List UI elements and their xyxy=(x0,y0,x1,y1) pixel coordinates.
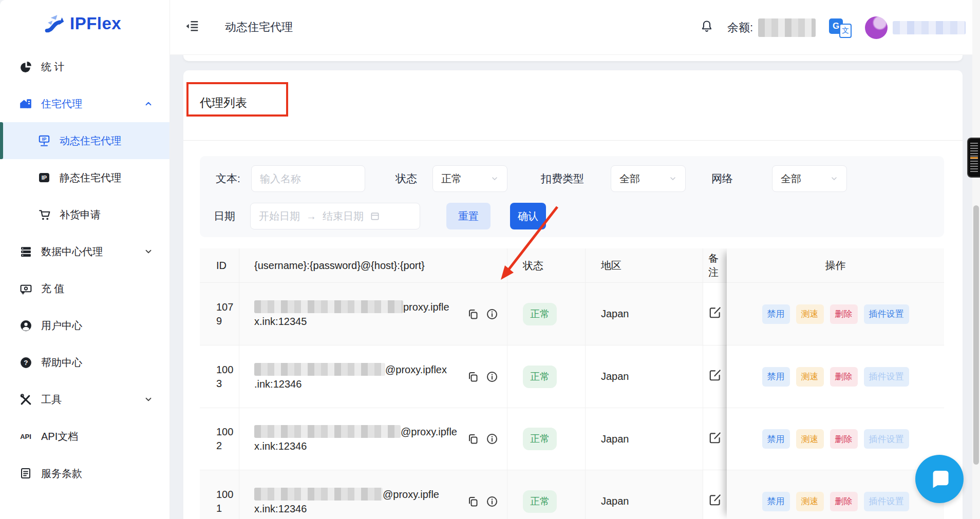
copy-icon[interactable] xyxy=(467,308,479,320)
fixed-actions-column: 操作 禁用 测速 删除 插件设置 禁用 测速 删除 插件设置 禁用 xyxy=(727,248,944,519)
status-select[interactable]: 正常 xyxy=(432,165,507,192)
disable-button[interactable]: 禁用 xyxy=(762,429,790,449)
collapse-sidebar-icon[interactable] xyxy=(184,18,200,36)
edit-remark-icon[interactable] xyxy=(708,431,722,447)
redacted-username xyxy=(893,21,966,34)
sidebar-item-datacenter-proxy[interactable]: 数据中心代理 xyxy=(0,233,169,270)
sidebar-item-label: 统 计 xyxy=(41,60,65,74)
user-menu[interactable] xyxy=(865,16,966,39)
info-icon[interactable] xyxy=(486,371,498,383)
sidebar-item-label: 动态住宅代理 xyxy=(60,134,121,148)
speedtest-button[interactable]: 测速 xyxy=(796,429,824,449)
scroll-minimap-widget[interactable] xyxy=(967,138,980,178)
speedtest-button[interactable]: 测速 xyxy=(796,304,824,324)
divider xyxy=(183,140,963,141)
info-icon[interactable] xyxy=(486,308,498,320)
confirm-button[interactable]: 确认 xyxy=(510,203,546,229)
remark-cell xyxy=(703,470,727,519)
disable-button[interactable]: 禁用 xyxy=(762,492,790,511)
info-icon[interactable] xyxy=(486,433,498,445)
proxy-address: proxy.ipflex.ink:12345 xyxy=(254,300,460,329)
balance-label: 余额: xyxy=(727,20,753,35)
name-search-input[interactable] xyxy=(260,173,356,185)
sidebar-item-residential-proxy[interactable]: 住宅代理 xyxy=(0,85,169,122)
start-date-placeholder: 开始日期 xyxy=(259,209,300,223)
delete-button[interactable]: 删除 xyxy=(830,304,858,324)
date-filter-label: 日期 xyxy=(214,209,235,223)
sidebar-item-restock-request[interactable]: 补货申请 xyxy=(0,196,169,233)
info-icon[interactable] xyxy=(486,495,498,508)
plugin-settings-button[interactable]: 插件设置 xyxy=(864,304,909,324)
sidebar-item-statistics[interactable]: 统 计 xyxy=(0,48,169,85)
redacted-credentials xyxy=(254,363,385,376)
page-scrollbar-thumb[interactable] xyxy=(973,205,979,465)
proxy-address: @proxy.ipflex.ink:12346 xyxy=(254,487,460,516)
plugin-settings-button[interactable]: 插件设置 xyxy=(864,429,909,449)
filter-row-1: 文本: 状态 正常 扣费类型 全部 网络 xyxy=(200,165,944,192)
proxy-address: @proxy.ipflex.ink:12346 xyxy=(254,362,460,391)
sidebar-item-label: 补货申请 xyxy=(60,208,101,222)
charge-type-select-value: 全部 xyxy=(619,172,640,186)
status-select-value: 正常 xyxy=(441,172,462,186)
redacted-credentials xyxy=(254,488,383,501)
sidebar-item-terms[interactable]: 服务条款 xyxy=(0,455,169,492)
col-header-id: ID xyxy=(200,248,239,282)
sidebar-item-help-center[interactable]: ? 帮助中心 xyxy=(0,344,169,381)
region-cell: Japan xyxy=(586,470,703,519)
copy-icon[interactable] xyxy=(467,495,479,508)
charge-type-select[interactable]: 全部 xyxy=(611,165,686,192)
sidebar-item-recharge[interactable]: 充 值 xyxy=(0,270,169,307)
sidebar-item-dynamic-residential[interactable]: IP 动态住宅代理 xyxy=(0,122,169,159)
date-range-picker[interactable]: 开始日期 → 结束日期 xyxy=(250,203,420,229)
page-scrollbar-track[interactable] xyxy=(972,0,980,519)
disable-button[interactable]: 禁用 xyxy=(762,304,790,324)
network-select-value: 全部 xyxy=(781,172,801,186)
col-header-region: 地区 xyxy=(586,248,703,282)
speedtest-button[interactable]: 测速 xyxy=(796,367,824,387)
edit-remark-icon[interactable] xyxy=(708,369,722,385)
copy-icon[interactable] xyxy=(467,433,479,445)
proxy-cell: proxy.ipflex.ink:12345 xyxy=(239,283,507,345)
sidebar-item-api-docs[interactable]: API API文档 xyxy=(0,418,169,455)
logo-text: IPFlex xyxy=(70,14,121,33)
plugin-settings-button[interactable]: 插件设置 xyxy=(864,367,909,387)
chat-support-button[interactable] xyxy=(915,455,964,503)
header-right-cluster: 余额: G 文 xyxy=(700,0,966,55)
status-cell: 正常 xyxy=(507,345,586,408)
proxy-cell-icons xyxy=(467,433,498,445)
actions-cell: 禁用 测速 删除 插件设置 xyxy=(727,470,944,519)
speedtest-button[interactable]: 测速 xyxy=(796,492,824,511)
remark-cell xyxy=(703,408,727,470)
sidebar-item-static-residential[interactable]: IP 静态住宅代理 xyxy=(0,159,169,196)
sidebar-item-tools[interactable]: 工具 xyxy=(0,381,169,418)
network-select[interactable]: 全部 xyxy=(772,165,847,192)
filter-row-2: 日期 开始日期 → 结束日期 重置 确认 xyxy=(200,203,944,229)
notification-bell-icon[interactable] xyxy=(700,20,714,36)
status-cell: 正常 xyxy=(507,283,586,345)
actions-cell: 禁用 测速 删除 插件设置 xyxy=(727,408,944,470)
sidebar-item-user-center[interactable]: 用户中心 xyxy=(0,307,169,344)
delete-button[interactable]: 删除 xyxy=(830,492,858,511)
col-header-remark: 备注 xyxy=(703,248,727,282)
reset-button[interactable]: 重置 xyxy=(446,203,491,229)
google-translate-icon[interactable]: G 文 xyxy=(829,17,852,38)
edit-remark-icon[interactable] xyxy=(708,306,722,322)
logo[interactable]: IPFlex xyxy=(0,0,169,36)
actions-cell: 禁用 测速 删除 插件设置 xyxy=(727,345,944,408)
remark-cell xyxy=(703,283,727,345)
status-badge: 正常 xyxy=(523,366,557,388)
edit-remark-icon[interactable] xyxy=(708,493,722,509)
copy-icon[interactable] xyxy=(467,371,479,383)
status-badge: 正常 xyxy=(523,303,557,325)
status-filter-label: 状态 xyxy=(395,171,417,186)
disable-button[interactable]: 禁用 xyxy=(762,367,790,387)
proxy-cell: @proxy.ipflex.ink:12346 xyxy=(239,470,507,519)
redacted-credentials xyxy=(254,425,401,438)
svg-text:?: ? xyxy=(24,359,28,367)
plugin-settings-button[interactable]: 插件设置 xyxy=(864,492,909,511)
delete-button[interactable]: 删除 xyxy=(830,367,858,387)
sidebar-item-label: 用户中心 xyxy=(41,319,82,333)
delete-button[interactable]: 删除 xyxy=(830,429,858,449)
sidebar-nav: 统 计 住宅代理 IP 动态住宅代理 IP xyxy=(0,48,169,492)
proxy-cell: @proxy.ipflex.ink:12346 xyxy=(239,408,507,470)
